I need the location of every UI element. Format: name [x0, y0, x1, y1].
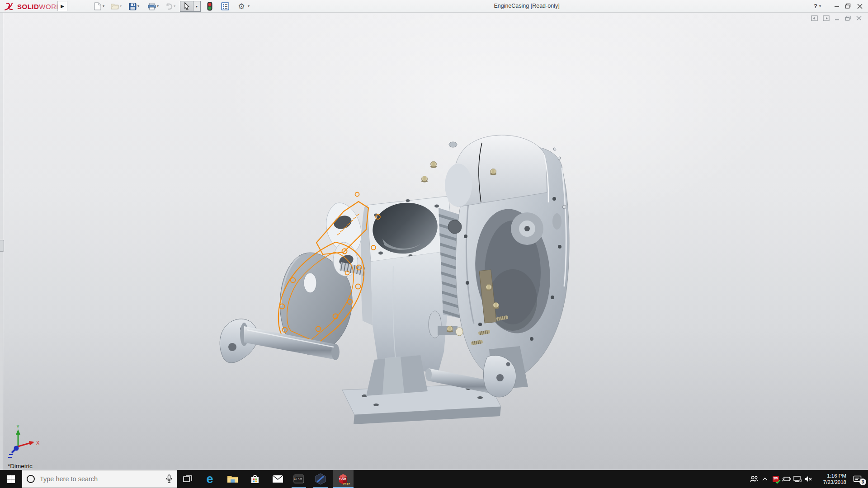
- engine-assembly[interactable]: [220, 135, 569, 424]
- graphics-viewport[interactable]: Y X *Dimetric: [0, 13, 868, 470]
- windows-logo-icon: [7, 475, 15, 483]
- notification-badge: 3: [859, 479, 866, 485]
- titlebar: SOLIDWORKS ▶ ▾ ▾ ▾ ▾ ▾ ▾: [0, 0, 868, 13]
- engine-casing-model[interactable]: [0, 13, 868, 470]
- open-document-icon[interactable]: [110, 2, 119, 11]
- open-dropdown[interactable]: ▾: [120, 5, 122, 8]
- action-center-icon[interactable]: 3: [850, 470, 865, 488]
- cortana-icon: [27, 475, 35, 483]
- triad-x-label: X: [36, 440, 40, 446]
- system-tray: SW 1:16 PM 7/23/2018 3: [749, 470, 868, 488]
- hex-bolt: [490, 169, 496, 175]
- undo-dropdown[interactable]: ▾: [174, 5, 175, 8]
- search-input[interactable]: [39, 475, 152, 483]
- file-properties-icon[interactable]: [221, 2, 230, 11]
- hex-bolt: [421, 176, 428, 183]
- rim-divot: [552, 213, 561, 230]
- taskbar: e C:\ SW 2017: [0, 470, 868, 488]
- select-cursor-icon: [180, 1, 193, 11]
- ms-store-icon[interactable]: [245, 470, 265, 488]
- new-document-icon[interactable]: [93, 2, 102, 11]
- window-title: EngineCasing [Read-only]: [470, 0, 583, 12]
- command-prompt-icon[interactable]: C:\: [288, 470, 309, 488]
- cmd-label: C:\: [294, 477, 300, 481]
- edge-browser-icon[interactable]: e: [199, 470, 220, 488]
- composer-hexagon-icon[interactable]: [310, 470, 331, 488]
- triad-y-label: Y: [16, 424, 20, 429]
- screen: SOLIDWORKS ▶ ▾ ▾ ▾ ▾ ▾ ▾: [0, 0, 868, 488]
- restore-button[interactable]: [845, 0, 851, 12]
- tray-chevron-icon[interactable]: [760, 470, 770, 488]
- start-button[interactable]: [0, 470, 22, 488]
- hex-bolt: [493, 303, 499, 309]
- help-button[interactable]: ? ▾: [814, 0, 821, 12]
- tray-clock[interactable]: 1:16 PM 7/23/2018: [816, 473, 846, 485]
- rebuild-traffic-light-icon[interactable]: [205, 2, 214, 11]
- help-label: ?: [814, 3, 817, 9]
- orientation-triad: Y X: [5, 423, 46, 461]
- options-gear-icon[interactable]: ⚙: [237, 2, 246, 11]
- select-tool[interactable]: ▾: [180, 1, 201, 12]
- print-icon[interactable]: [147, 2, 156, 11]
- tray-date: 7/23/2018: [816, 479, 846, 485]
- sw-cube-icon: SW 2017: [337, 473, 349, 485]
- save-icon[interactable]: [128, 2, 137, 11]
- solidworks-taskbar-icon[interactable]: SW 2017: [333, 470, 354, 488]
- sw-letters: SW: [339, 477, 347, 481]
- taskbar-search[interactable]: [22, 470, 177, 488]
- people-icon[interactable]: [749, 470, 760, 488]
- mail-icon[interactable]: [267, 470, 288, 488]
- cover-hole: [304, 273, 316, 293]
- undo-icon[interactable]: [164, 2, 173, 11]
- microphone-icon[interactable]: [166, 474, 172, 483]
- tray-time: 1:16 PM: [816, 473, 846, 479]
- logo-solid: SOLID: [17, 3, 39, 10]
- dark-knob: [448, 220, 462, 234]
- volume-muted-icon[interactable]: [803, 470, 814, 488]
- ds-logo-icon: [4, 1, 15, 11]
- network-icon[interactable]: [792, 470, 803, 488]
- solidworks-logo: SOLIDWORKS: [4, 1, 66, 12]
- help-dropdown[interactable]: ▾: [819, 4, 821, 8]
- minimize-button[interactable]: [834, 0, 840, 12]
- hex-bolt: [486, 285, 492, 291]
- power-battery-icon[interactable]: [781, 470, 792, 488]
- file-explorer-icon[interactable]: [222, 470, 243, 488]
- task-view-button[interactable]: [177, 470, 198, 488]
- print-dropdown[interactable]: ▾: [157, 5, 159, 8]
- options-dropdown[interactable]: ▾: [248, 5, 250, 8]
- view-orientation-label: *Dimetric: [8, 463, 33, 469]
- sw-year: 2017: [343, 483, 350, 486]
- new-dropdown[interactable]: ▾: [103, 5, 104, 8]
- hex-bolt: [430, 162, 437, 168]
- menu-flyout-button[interactable]: ▶: [57, 1, 67, 11]
- save-dropdown[interactable]: ▾: [137, 5, 139, 8]
- close-button[interactable]: [857, 0, 863, 12]
- select-dropdown[interactable]: ▾: [193, 1, 200, 11]
- solidworks-monitor-icon[interactable]: SW: [770, 470, 781, 488]
